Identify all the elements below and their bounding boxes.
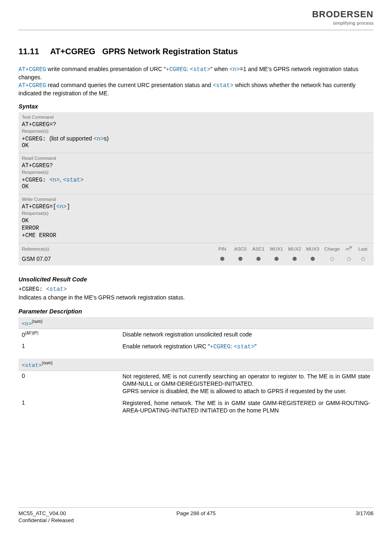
syntax-box: Test Command AT+CGREG=? Response(s) +CGR… [18, 112, 374, 265]
spacer [18, 417, 374, 507]
ref-label: Reference(s) [22, 246, 213, 251]
section-title: 11.11 AT+CGREG GPRS Network Registration… [18, 47, 374, 56]
read-label: Read Command [22, 156, 370, 161]
write-label: Write Command [22, 197, 370, 202]
read-resp-label: Response(s) [22, 170, 370, 175]
write-error: ERROR [22, 225, 370, 231]
page-header: BRODERSEN simplifying process [18, 0, 374, 28]
intro-paragraph: AT+CGREG write command enables presentat… [18, 65, 374, 97]
logo-block: BRODERSEN simplifying process [312, 9, 374, 25]
read-command-group: Read Command AT+CGREG? Response(s) +CGRE… [18, 153, 374, 194]
param-n-row-0: 0(&F)(P) Disable network registration un… [18, 329, 374, 341]
dot-charge [322, 256, 342, 262]
intro-cmd1: AT+CGREG [18, 66, 46, 73]
section-number: 11.11 [18, 47, 39, 56]
param-n-desc-0: Disable network registration unsolicited… [122, 331, 252, 338]
param-n-key-0: 0(&F)(P) [22, 331, 122, 338]
urc-code: +CGREG: <stat> [18, 286, 374, 292]
col-asc0: ASC0 [231, 246, 249, 251]
urc-text: Indicates a change in the ME's GPRS netw… [18, 294, 374, 301]
write-resp-label: Response(s) [22, 211, 370, 216]
ref-value-row: GSM 07.07 [18, 254, 374, 265]
read-ok: OK [22, 183, 370, 190]
write-ok: OK [22, 217, 370, 224]
param-stat-desc-1: Registered, home network. The ME is in G… [122, 399, 370, 415]
param-stat-key-0: 0 [22, 373, 122, 379]
col-asc1: ASC1 [249, 246, 267, 251]
col-charge: Charge [322, 246, 342, 251]
write-command-group: Write Command AT+CGREG=[<n>] Response(s)… [18, 194, 374, 243]
header-divider [18, 30, 374, 30]
param-n-desc-1: Enable network registration URC "+CGREG:… [122, 343, 256, 350]
param-n-head: <n>(num) [18, 317, 374, 329]
footer-right: 3/17/06 [255, 510, 374, 523]
ref-header-row: Reference(s) PIN ASC0 ASC1 MUX1 MUX2 MUX… [18, 243, 374, 254]
read-resp: +CGREG: <n>, <stat> [22, 176, 370, 183]
params-heading: Parameter Description [18, 308, 374, 315]
dot-asc0 [231, 256, 249, 262]
reference-group: Reference(s) PIN ASC0 ASC1 MUX1 MUX2 MUX… [18, 243, 374, 265]
airplane-icon [345, 246, 353, 251]
urc-heading: Unsolicited Result Code [18, 276, 374, 283]
param-n-block: <n>(num) 0(&F)(P) Disable network regist… [18, 317, 374, 353]
section-cmd: AT+CGREG [50, 47, 95, 56]
test-resp: +CGREG: (list of supported <n>s) [22, 135, 370, 142]
param-stat-desc-0: Not registered, ME is not currently sear… [122, 373, 370, 395]
test-command-group: Test Command AT+CGREG=? Response(s) +CGR… [18, 112, 374, 153]
col-wave-icon [342, 246, 355, 252]
test-cmd: AT+CGREG=? [22, 121, 370, 128]
write-cmd: AT+CGREG=[<n>] [22, 203, 370, 210]
test-resp-label: Response(s) [22, 129, 370, 134]
dot-wave [342, 256, 355, 262]
param-n-row-1: 1 Enable network registration URC "+CGRE… [18, 341, 374, 353]
dot-asc1 [249, 256, 267, 262]
dot-mux1 [267, 256, 286, 262]
footer-center: Page 288 of 475 [137, 510, 255, 523]
param-n-key-1: 1 [22, 343, 122, 349]
param-stat-head: <stat>(num) [18, 359, 374, 371]
syntax-heading: Syntax [18, 103, 374, 110]
col-mux1: MUX1 [267, 246, 286, 251]
param-stat-row-1: 1 Registered, home network. The ME is in… [18, 398, 374, 417]
dot-last [355, 256, 370, 262]
param-stat-row-0: 0 Not registered, ME is not currently se… [18, 371, 374, 398]
test-ok: OK [22, 142, 370, 149]
write-cme: +CME ERROR [22, 232, 370, 239]
param-stat-key-1: 1 [22, 399, 122, 406]
dot-pin [213, 256, 231, 262]
dot-mux2 [286, 256, 304, 262]
section-name: GPRS Network Registration Status [102, 47, 238, 56]
col-pin: PIN [213, 246, 231, 251]
page-footer: MC55_ATC_V04.00 Confidential / Released … [18, 507, 374, 523]
param-stat-block: <stat>(num) 0 Not registered, ME is not … [18, 359, 374, 417]
brand-logo: BRODERSEN [312, 9, 374, 20]
test-label: Test Command [22, 115, 370, 120]
footer-left: MC55_ATC_V04.00 Confidential / Released [18, 510, 137, 523]
intro-cmd2: AT+CGREG [18, 82, 46, 89]
dot-mux3 [304, 256, 322, 262]
col-mux2: MUX2 [286, 246, 304, 251]
col-last: Last [355, 246, 370, 251]
brand-tagline: simplifying process [312, 21, 374, 25]
col-mux3: MUX3 [304, 246, 322, 251]
read-cmd: AT+CGREG? [22, 162, 370, 169]
ref-value: GSM 07.07 [22, 256, 213, 262]
